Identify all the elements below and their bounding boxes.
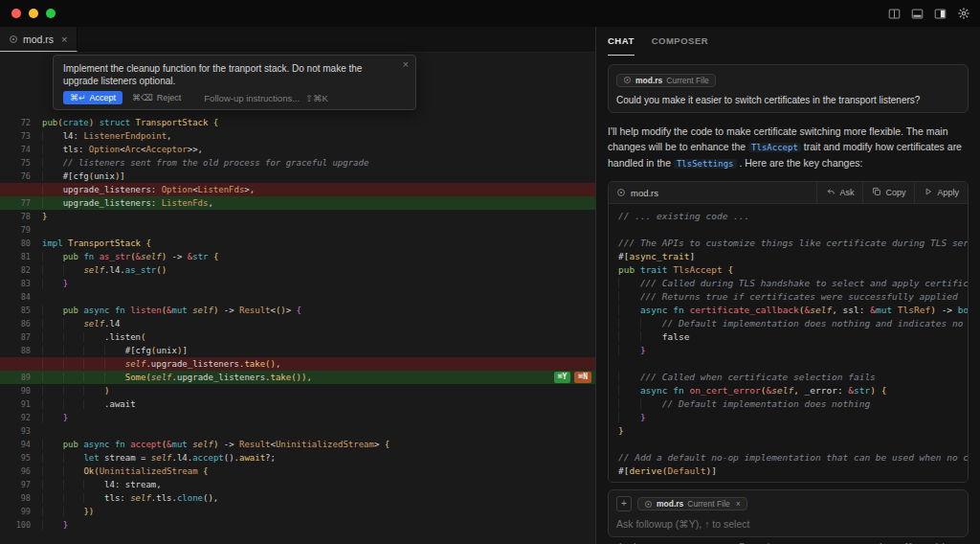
line-number: 83 — [0, 277, 42, 290]
code-block-filename: mod.rs — [631, 188, 658, 198]
code-line: 98 tls: self.tls.clone(), — [0, 491, 595, 505]
chat-tabs: CHATCOMPOSER — [608, 27, 969, 56]
code-line: 83 } — [0, 277, 595, 290]
context-pill[interactable]: mod.rs Current File — [616, 74, 716, 87]
add-context-button[interactable]: + — [616, 496, 632, 511]
code-line: async fn certificate_callback(&self, ssl… — [618, 304, 968, 317]
titlebar — [0, 0, 980, 28]
rust-file-icon — [616, 188, 626, 197]
code-line: 73 l4: ListenerEndpoint, — [0, 129, 595, 143]
code-line: 94 pub async fn accept(&mut self) -> Res… — [0, 438, 595, 451]
apply-button[interactable]: Apply — [914, 182, 968, 203]
code-line: /// Returns true if certificates were su… — [618, 290, 968, 304]
line-number: 77 — [0, 196, 42, 210]
code-block-body: // ... existing code .../// The APIs to … — [609, 204, 968, 482]
line-number: 89 — [0, 371, 42, 384]
pill-close-icon[interactable]: × — [736, 499, 741, 509]
window-controls — [11, 9, 56, 18]
code-line: 76 #[cfg(unix)] — [0, 170, 595, 183]
code-line: /// The APIs to customize things like ce… — [618, 237, 968, 250]
inline-code-chip: TlsAccept — [748, 143, 801, 152]
code-line: 85 pub async fn listen(&mut self) -> Res… — [0, 304, 595, 317]
code-line: // Default implementation does nothing a… — [618, 317, 968, 330]
code-line: 89 Some(self.upgrade_listeners.take()),⌘… — [0, 371, 595, 384]
line-number: 72 — [0, 116, 42, 129]
tab-close-icon[interactable]: × — [61, 34, 67, 45]
reject-diff-badge[interactable]: ⌘N — [574, 372, 591, 383]
inline-code-chip: TlsSettings — [674, 159, 737, 169]
rust-file-icon — [644, 500, 653, 509]
copy-button[interactable]: Copy — [862, 182, 914, 203]
code-line: 93 — [0, 424, 595, 438]
line-number: 94 — [0, 438, 42, 451]
reply-arrow-icon — [826, 187, 835, 198]
code-line: // ... existing code ... — [618, 210, 968, 223]
line-number: 79 — [0, 223, 42, 237]
code-line: 88 #[cfg(unix)] — [0, 344, 595, 357]
line-number: 84 — [0, 290, 42, 304]
user-message-text: Could you make it easier to switch certi… — [616, 94, 960, 106]
zoom-window-button[interactable] — [46, 9, 56, 18]
chat-input[interactable]: + mod.rs Current File × Ask followup (⌘Y… — [608, 489, 969, 537]
line-number: 93 — [0, 424, 42, 438]
code-line: 84 — [0, 290, 595, 304]
line-number: 100 — [0, 518, 42, 532]
line-number: 91 — [0, 397, 42, 411]
line-number: 87 — [0, 330, 42, 344]
code-line: } — [618, 424, 968, 438]
line-number: 78 — [0, 210, 42, 223]
assistant-intro: I'll help modify the code to make certif… — [608, 124, 969, 171]
tab-mod-rs[interactable]: mod.rs × — [0, 27, 78, 52]
code-block-actions: AskCopyApply — [816, 182, 968, 203]
close-window-button[interactable] — [11, 9, 21, 18]
ask-button[interactable]: Ask — [816, 182, 862, 203]
chat-pane: CHATCOMPOSER mod.rs Current File Could y… — [595, 27, 980, 544]
accept-button[interactable]: ⌘↵ Accept — [63, 91, 122, 104]
code-line: pub trait TlsAccept { — [618, 263, 968, 277]
line-number: 97 — [0, 478, 42, 491]
sidebar-right-icon[interactable] — [934, 8, 947, 20]
split-vertical-icon[interactable] — [888, 8, 901, 20]
code-line: /// Called when certificate selection fa… — [618, 371, 968, 384]
code-line: self.upgrade_listeners.take(), — [0, 357, 595, 371]
code-line: } — [618, 411, 968, 424]
tab-composer[interactable]: COMPOSER — [652, 35, 708, 56]
code-line: async fn on_cert_error(&self, _error: &s… — [618, 384, 968, 397]
line-number: 80 — [0, 237, 42, 250]
editor-tabbar: mod.rs × — [0, 27, 595, 53]
followup-instructions[interactable]: Follow-up instructions... ⇧⌘K — [204, 93, 328, 103]
code-line: #[derive(Default)] — [618, 465, 968, 478]
code-line: 95 let stream = self.l4.accept().await?; — [0, 451, 595, 465]
code-line: #[async_trait] — [618, 250, 968, 263]
inline-prompt-widget: × Implement the cleanup function for the… — [53, 55, 416, 110]
code-line: /// Called during TLS handshake to selec… — [618, 277, 968, 290]
line-number: 85 — [0, 304, 42, 317]
line-number: 99 — [0, 505, 42, 518]
code-line: 79 — [0, 223, 595, 237]
line-number: 95 — [0, 451, 42, 465]
tab-chat[interactable]: CHAT — [608, 35, 635, 56]
code-line: upgrade_listeners: Option<ListenFds>, — [0, 183, 595, 196]
code-line: 92 } — [0, 411, 595, 424]
code-line: 81 pub fn as_str(&self) -> &str { — [0, 250, 595, 263]
code-line — [618, 357, 968, 371]
reject-button[interactable]: ⌘⌫ Reject — [132, 93, 181, 102]
line-number: 86 — [0, 317, 42, 330]
line-number: 81 — [0, 250, 42, 263]
panel-bottom-icon[interactable] — [911, 8, 924, 20]
rust-file-icon — [623, 76, 632, 84]
chat-code-block: mod.rs AskCopyApply // ... existing code… — [608, 181, 969, 483]
code-line: 87 .listen( — [0, 330, 595, 344]
prompt-close-icon[interactable]: × — [403, 58, 409, 70]
settings-gear-icon[interactable] — [957, 7, 970, 20]
code-line: // Default implementation does nothing — [618, 397, 968, 411]
line-number: 82 — [0, 263, 42, 277]
prompt-text: Implement the cleanup function for the t… — [63, 62, 396, 87]
accept-diff-badge[interactable]: ⌘Y — [554, 372, 571, 383]
input-context-pill[interactable]: mod.rs Current File × — [637, 497, 747, 510]
minimize-window-button[interactable] — [29, 9, 38, 18]
code-line: 86 self.l4 — [0, 317, 595, 330]
code-line: } — [618, 344, 968, 357]
app-window: mod.rs × × Implement the cleanup functio… — [0, 0, 980, 544]
line-number: 73 — [0, 129, 42, 143]
